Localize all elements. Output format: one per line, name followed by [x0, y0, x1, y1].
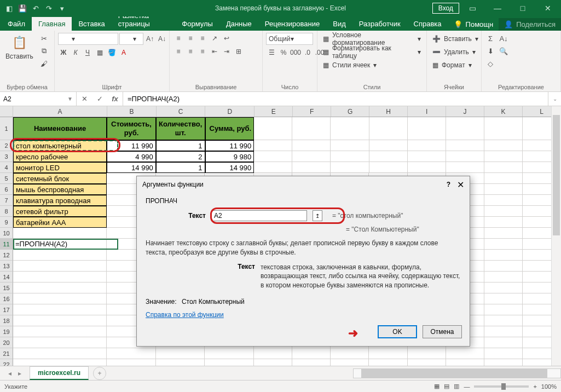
align-center-icon[interactable]: ≡ [185, 46, 196, 57]
wrap-text-icon[interactable]: ↩ [221, 33, 232, 44]
cell[interactable] [331, 348, 369, 359]
col-header-H[interactable]: H [369, 106, 408, 117]
format-cells[interactable]: ▦Формат ▾ [430, 59, 474, 71]
horizontal-scrollbar[interactable] [353, 368, 561, 378]
function-help-link[interactable]: Справка по этой функции [146, 311, 224, 319]
cell[interactable] [484, 228, 523, 239]
cell[interactable] [254, 348, 292, 359]
new-sheet-icon[interactable]: + [93, 367, 106, 380]
cell[interactable] [484, 283, 523, 293]
tab-review[interactable]: Рецензирование [258, 17, 326, 31]
range-picker-icon[interactable]: ↥ [313, 210, 322, 221]
cell[interactable] [13, 228, 107, 239]
cell[interactable]: 14 990 [205, 162, 255, 173]
underline-button[interactable]: Ч [82, 47, 93, 58]
row-header-4[interactable]: 4 [0, 162, 13, 173]
cell[interactable] [484, 184, 523, 195]
tell-me[interactable]: 💡Помощн [448, 18, 499, 31]
arg-text-input[interactable] [211, 210, 307, 221]
copy-icon[interactable]: ⧉ [39, 45, 50, 56]
autosum-icon[interactable]: Σ [485, 33, 496, 44]
col-header-A[interactable]: A [13, 106, 107, 117]
cell[interactable] [446, 140, 484, 151]
cell[interactable] [331, 151, 369, 162]
cell[interactable] [369, 162, 408, 173]
col-header-B[interactable]: B [107, 106, 157, 117]
tab-developer[interactable]: Разработчик [352, 17, 407, 31]
save-icon[interactable]: 💾 [16, 2, 28, 14]
row-header-15[interactable]: 15 [0, 283, 13, 293]
view-layout-icon[interactable]: ▤ [444, 383, 449, 390]
cell[interactable] [13, 348, 107, 359]
confirm-formula-icon[interactable]: ✓ [92, 95, 107, 103]
cell[interactable] [205, 348, 254, 359]
align-left-icon[interactable]: ≡ [173, 46, 184, 57]
cell[interactable] [484, 348, 523, 359]
col-header-J[interactable]: J [446, 106, 484, 117]
cancel-formula-icon[interactable]: ✕ [77, 95, 92, 103]
cell[interactable]: системный блок [13, 173, 107, 184]
cell[interactable] [484, 151, 523, 162]
find-select-icon[interactable]: 🔍 [498, 45, 509, 56]
format-painter-icon[interactable]: 🖌 [39, 58, 50, 69]
cell[interactable] [13, 261, 107, 272]
cell[interactable] [484, 140, 523, 151]
font-name-select[interactable]: ▾ [58, 33, 118, 45]
qat-dropdown-icon[interactable]: ▾ [56, 2, 68, 14]
cell[interactable] [484, 315, 523, 326]
row-header-3[interactable]: 3 [0, 151, 13, 162]
cell[interactable]: 9 980 [205, 151, 255, 162]
tab-data[interactable]: Данные [219, 17, 258, 31]
cell[interactable] [292, 162, 331, 173]
cell[interactable] [484, 293, 523, 304]
orientation-icon[interactable]: ↗ [209, 33, 220, 44]
cancel-button[interactable]: Отмена [423, 325, 462, 338]
col-header-F[interactable]: F [293, 106, 331, 117]
cell[interactable] [369, 117, 408, 140]
cell[interactable] [484, 195, 523, 206]
bold-button[interactable]: Ж [58, 47, 69, 58]
name-box[interactable]: A2 ▼ [0, 92, 77, 106]
cell[interactable] [408, 348, 446, 359]
cell-styles[interactable]: ▦Стили ячеек ▾ [321, 59, 379, 71]
cell[interactable] [408, 140, 446, 151]
cell[interactable] [408, 151, 446, 162]
indent-inc-icon[interactable]: ⇥ [221, 46, 232, 57]
tab-formulas[interactable]: Формулы [175, 17, 219, 31]
undo-icon[interactable]: ↶ [30, 2, 42, 14]
fill-color-icon[interactable]: 🪣 [106, 47, 117, 58]
comma-icon[interactable]: 000 [290, 47, 301, 58]
zoom-out-icon[interactable]: — [464, 383, 470, 390]
row-header-20[interactable]: 20 [0, 337, 13, 348]
expand-formula-icon[interactable]: ⌄ [548, 92, 561, 106]
cell[interactable]: клавиатура проводная [13, 195, 107, 206]
cell[interactable] [292, 140, 331, 151]
cell[interactable] [446, 162, 484, 173]
cell[interactable] [292, 151, 331, 162]
vertical-scrollbar[interactable] [551, 106, 561, 366]
cell[interactable]: батарейки AAA [13, 217, 107, 228]
select-all-corner[interactable] [0, 106, 13, 117]
cell[interactable]: 1 [156, 140, 205, 151]
cell[interactable] [484, 326, 523, 337]
cell[interactable]: =ПРОПНАЧ(A2) [13, 239, 107, 250]
borders-icon[interactable]: ▦ [94, 47, 105, 58]
cell[interactable]: 11 990 [205, 140, 255, 151]
cell[interactable] [331, 140, 369, 151]
cell[interactable]: сетевой фильтр [13, 206, 107, 217]
cell[interactable] [484, 250, 523, 261]
share-button[interactable]: 👤Поделиться [499, 18, 561, 31]
cell[interactable]: Стоимость, руб. [107, 117, 156, 140]
next-sheet-icon[interactable]: ▸ [15, 370, 24, 377]
row-header-5[interactable]: 5 [0, 173, 13, 184]
login-button[interactable]: Вход [432, 3, 459, 14]
align-bottom-icon[interactable]: ≡ [197, 33, 208, 44]
delete-cells[interactable]: ➖Удалить ▾ [430, 46, 478, 58]
row-header-2[interactable]: 2 [0, 140, 13, 151]
formula-input[interactable]: =ПРОПНАЧ(A2) [123, 92, 548, 106]
zoom-slider[interactable] [474, 385, 529, 388]
tab-home[interactable]: Главная [32, 17, 72, 31]
cell[interactable]: кресло рабочее [13, 151, 107, 162]
row-header-18[interactable]: 18 [0, 315, 13, 326]
cell[interactable] [13, 272, 107, 283]
